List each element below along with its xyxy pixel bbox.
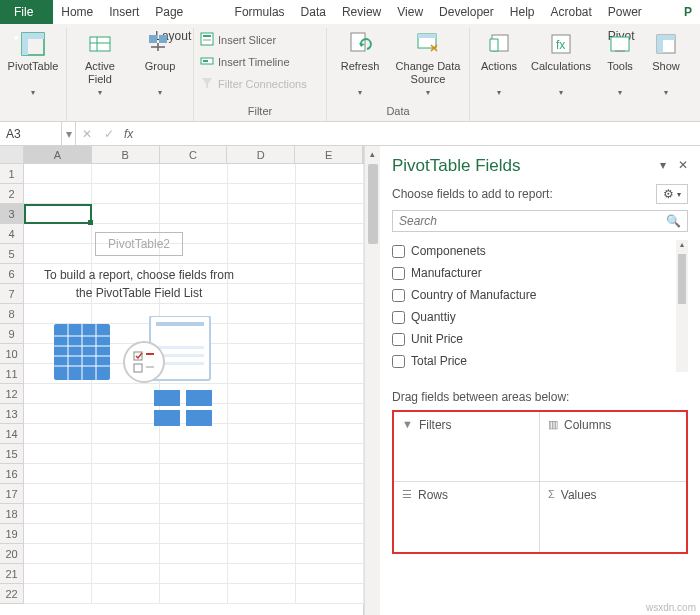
row-header-21[interactable]: 21: [0, 564, 24, 584]
row-header-13[interactable]: 13: [0, 404, 24, 424]
row-header-1[interactable]: 1: [0, 164, 24, 184]
row-header-9[interactable]: 9: [0, 324, 24, 344]
actions-label: Actions: [481, 60, 517, 86]
group-button[interactable]: Group ▾: [133, 30, 187, 98]
name-box-dropdown[interactable]: ▾: [62, 122, 76, 145]
field-label: Total Price: [411, 354, 467, 368]
field-search-input[interactable]: [399, 214, 666, 228]
pane-dropdown-icon[interactable]: ▾: [660, 158, 666, 172]
tab-insert[interactable]: Insert: [101, 0, 147, 24]
pane-close-icon[interactable]: ✕: [678, 158, 688, 172]
col-header-a[interactable]: A: [24, 146, 92, 164]
actions-button[interactable]: Actions ▾: [476, 30, 522, 98]
field-checkbox[interactable]: [392, 289, 405, 302]
tab-power-pivot[interactable]: Power Pivot: [600, 0, 676, 24]
tab-home[interactable]: Home: [53, 0, 101, 24]
row-header-22[interactable]: 22: [0, 584, 24, 604]
field-item-2[interactable]: Country of Manufacture: [392, 284, 674, 306]
search-icon: 🔍: [666, 214, 681, 228]
field-checkbox[interactable]: [392, 245, 405, 258]
field-list-scrollbar[interactable]: ▴: [676, 240, 688, 372]
row-header-17[interactable]: 17: [0, 484, 24, 504]
vertical-scrollbar[interactable]: ▴: [364, 146, 380, 615]
field-checkbox[interactable]: [392, 355, 405, 368]
row-header-3[interactable]: 3: [0, 204, 24, 224]
row-header-4[interactable]: 4: [0, 224, 24, 244]
col-header-b[interactable]: B: [92, 146, 160, 164]
scroll-up-icon[interactable]: ▴: [370, 146, 375, 162]
drag-label: Drag fields between areas below:: [392, 390, 688, 404]
tab-page-layout[interactable]: Page Layout: [147, 0, 226, 24]
row-header-18[interactable]: 18: [0, 504, 24, 524]
insert-timeline-button[interactable]: Insert Timeline: [200, 52, 320, 72]
columns-area[interactable]: ▥ Columns: [540, 412, 686, 482]
row-header-15[interactable]: 15: [0, 444, 24, 464]
pivottable-label: PivotTable: [8, 60, 59, 86]
fx-button[interactable]: fx: [120, 127, 137, 141]
pivottable-button[interactable]: PivotTable ▾: [6, 30, 60, 98]
filters-area[interactable]: ▼ Filters: [394, 412, 540, 482]
worksheet: A B C D E 123456789101112131415161718192…: [0, 146, 364, 615]
svg-rect-40: [146, 366, 154, 368]
gear-icon: ⚙: [663, 187, 674, 201]
ribbon-group-pivot: PivotTable ▾: [0, 28, 67, 121]
field-checkbox[interactable]: [392, 333, 405, 346]
tab-help[interactable]: Help: [502, 0, 543, 24]
row-header-5[interactable]: 5: [0, 244, 24, 264]
active-field-label: Active Field: [85, 60, 115, 86]
row-headers: 12345678910111213141516171819202122: [0, 164, 24, 604]
col-header-d[interactable]: D: [227, 146, 295, 164]
row-header-12[interactable]: 12: [0, 384, 24, 404]
tab-developer[interactable]: Developer: [431, 0, 502, 24]
svg-rect-2: [22, 39, 28, 55]
field-options-button[interactable]: ⚙▾: [656, 184, 688, 204]
field-checkbox[interactable]: [392, 267, 405, 280]
grid-cells[interactable]: PivotTable2 To build a report, choose fi…: [24, 164, 364, 604]
field-search-box[interactable]: 🔍: [392, 210, 688, 232]
tools-button[interactable]: Tools ▾: [600, 30, 640, 98]
row-header-7[interactable]: 7: [0, 284, 24, 304]
tab-overflow[interactable]: P: [676, 0, 700, 24]
file-tab[interactable]: File: [0, 0, 53, 24]
field-item-4[interactable]: Unit Price: [392, 328, 674, 350]
svg-rect-42: [186, 390, 212, 406]
select-all-corner[interactable]: [0, 146, 24, 164]
col-header-c[interactable]: C: [160, 146, 228, 164]
insert-slicer-button[interactable]: Insert Slicer: [200, 30, 320, 50]
refresh-label: Refresh: [341, 60, 380, 86]
row-header-8[interactable]: 8: [0, 304, 24, 324]
row-header-6[interactable]: 6: [0, 264, 24, 284]
field-item-0[interactable]: Componenets: [392, 240, 674, 262]
row-header-10[interactable]: 10: [0, 344, 24, 364]
name-box[interactable]: A3: [0, 122, 62, 145]
row-header-20[interactable]: 20: [0, 544, 24, 564]
row-header-14[interactable]: 14: [0, 424, 24, 444]
field-item-5[interactable]: Total Price: [392, 350, 674, 372]
tab-formulas[interactable]: Formulas: [227, 0, 293, 24]
tab-view[interactable]: View: [389, 0, 431, 24]
pivot-field-pane: ▾ ✕ PivotTable Fields Choose fields to a…: [380, 146, 700, 615]
field-checkbox[interactable]: [392, 311, 405, 324]
rows-area[interactable]: ☰ Rows: [394, 482, 540, 552]
tab-data[interactable]: Data: [293, 0, 334, 24]
values-icon: Σ: [548, 488, 555, 500]
row-header-19[interactable]: 19: [0, 524, 24, 544]
col-header-e[interactable]: E: [295, 146, 363, 164]
row-header-11[interactable]: 11: [0, 364, 24, 384]
show-button[interactable]: Show ▾: [646, 30, 686, 98]
row-header-16[interactable]: 16: [0, 464, 24, 484]
field-item-3[interactable]: Quanttiy: [392, 306, 674, 328]
ribbon: PivotTable ▾ Active Field ▾ Group ▾: [0, 24, 700, 122]
tab-acrobat[interactable]: Acrobat: [542, 0, 599, 24]
scroll-thumb[interactable]: [368, 164, 378, 244]
field-label: Manufacturer: [411, 266, 482, 280]
change-data-source-button[interactable]: Change Data Source ▾: [393, 30, 463, 98]
calculations-button[interactable]: fx Calculations ▾: [528, 30, 594, 98]
tab-review[interactable]: Review: [334, 0, 389, 24]
refresh-button[interactable]: Refresh ▾: [333, 30, 387, 98]
active-field-button[interactable]: Active Field ▾: [73, 30, 127, 98]
row-header-2[interactable]: 2: [0, 184, 24, 204]
field-item-1[interactable]: Manufacturer: [392, 262, 674, 284]
values-area[interactable]: Σ Values: [540, 482, 686, 552]
active-cell[interactable]: [24, 204, 92, 224]
